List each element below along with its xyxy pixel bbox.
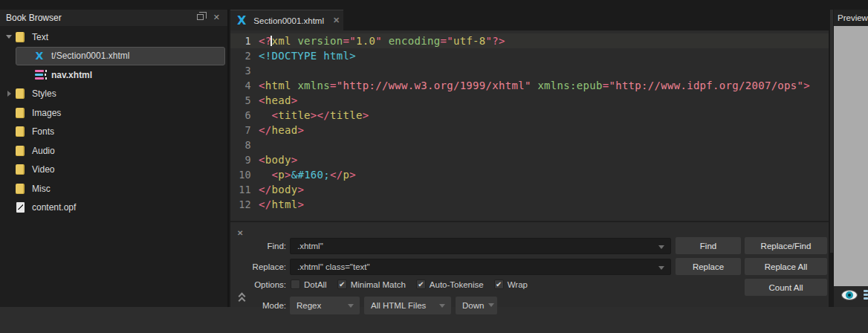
tree-item-label: nav.xhtml	[51, 70, 92, 80]
expander-collapsed-icon[interactable]	[4, 91, 14, 97]
book-browser-header: Book Browser ✕	[0, 10, 227, 26]
replace-input[interactable]: .xhtml" class="text"	[290, 259, 671, 275]
folder-icon	[14, 146, 26, 156]
folder-icon	[14, 164, 26, 175]
xhtml-icon: X	[237, 13, 246, 28]
code-line-5[interactable]: 5<head>	[230, 93, 829, 108]
replace-value: .xhtml" class="text"	[297, 262, 370, 271]
folder-icon	[14, 32, 26, 42]
tree-item-label: Text	[32, 32, 48, 42]
mode-dropdown-files[interactable]: All HTML Files	[364, 297, 451, 314]
docked-panel-icon[interactable]	[864, 290, 868, 303]
tab-close-icon[interactable]: ✕	[333, 16, 340, 25]
line-text: <title></title>	[251, 108, 369, 123]
line-number: 3	[230, 63, 251, 78]
tree-item-t-section0001-xhtml[interactable]: Xt/Section0001.xhtml	[0, 47, 227, 66]
replace-history-dropdown-icon[interactable]	[658, 266, 664, 270]
editor-region: X Section0001.xhtml ✕ 1<?xml version="1.…	[230, 10, 829, 307]
replace-label: Replace:	[230, 262, 286, 271]
dropdown-value: Down	[462, 301, 484, 310]
line-number: 9	[230, 152, 251, 167]
replace-all-button[interactable]: Replace All	[745, 258, 827, 275]
checkbox-checked-icon[interactable]: ✔	[337, 279, 347, 289]
close-icon[interactable]: ✕	[213, 13, 220, 22]
nav-icon	[33, 70, 45, 80]
code-line-3[interactable]: 3	[230, 63, 829, 78]
line-text: </body>	[251, 182, 304, 197]
code-line-2[interactable]: 2<!DOCTYPE html>	[230, 48, 829, 63]
code-line-11[interactable]: 11</body>	[230, 182, 829, 197]
code-line-6[interactable]: 6 <title></title>	[230, 108, 829, 123]
find-button[interactable]: Find	[676, 237, 741, 254]
checkbox-unchecked-icon[interactable]	[291, 279, 300, 289]
option-minimal-match[interactable]: ✔Minimal Match	[337, 279, 412, 289]
tree-item-label: Audio	[32, 146, 55, 156]
code-line-8[interactable]: 8	[230, 138, 829, 152]
line-number: 4	[230, 78, 251, 93]
find-history-dropdown-icon[interactable]	[658, 245, 664, 249]
code-editor[interactable]: 1<?xml version="1.0" encoding="utf-8"?>2…	[230, 30, 829, 221]
line-text: <!DOCTYPE html>	[251, 48, 356, 63]
tree-item-images[interactable]: Images	[0, 103, 227, 123]
dropdown-value: Regex	[297, 301, 321, 310]
xhtml-icon: X	[33, 50, 45, 62]
tree-item-label: content.opf	[32, 202, 76, 213]
tree-item-nav-xhtml[interactable]: nav.xhtml	[0, 65, 227, 85]
line-text: <body>	[251, 152, 297, 167]
option-wrap[interactable]: ✔Wrap	[494, 279, 534, 289]
line-number: 7	[230, 123, 251, 138]
count-all-button[interactable]: Count All	[745, 279, 827, 296]
preview-panel: Preview	[834, 10, 868, 286]
panel-splitter[interactable]	[830, 10, 833, 253]
line-text: <html xmlns="http://www.w3.org/1999/xhtm…	[251, 78, 810, 93]
line-text	[251, 138, 259, 152]
preview-header: Preview	[834, 10, 868, 26]
chevron-down-icon	[348, 304, 354, 308]
line-number: 6	[230, 108, 251, 123]
mode-dropdown-regex[interactable]: Regex	[290, 297, 360, 314]
tree-item-audio[interactable]: Audio	[0, 141, 227, 161]
code-line-10[interactable]: 10 <p>&#160;</p>	[230, 167, 829, 182]
checkbox-checked-icon[interactable]: ✔	[494, 279, 504, 289]
folder-icon	[14, 108, 26, 118]
line-number: 10	[230, 167, 251, 182]
folder-icon	[14, 126, 26, 137]
expander-expanded-icon[interactable]	[4, 35, 14, 39]
line-text: </head>	[251, 123, 304, 138]
checkbox-checked-icon[interactable]: ✔	[416, 279, 426, 289]
line-number: 12	[230, 197, 251, 212]
tree-item-misc[interactable]: Misc	[0, 179, 227, 198]
chevron-down-icon	[488, 303, 494, 307]
tree-item-label: Styles	[32, 88, 56, 99]
find-panel-close-icon[interactable]: ✕	[237, 229, 243, 237]
preview-eye-icon[interactable]	[841, 289, 858, 301]
tree-item-text[interactable]: Text	[0, 28, 227, 47]
line-text: <?xml version="1.0" encoding="utf-8"?>	[251, 33, 505, 48]
find-label: Find:	[230, 242, 286, 250]
code-line-4[interactable]: 4<html xmlns="http://www.w3.org/1999/xht…	[230, 78, 829, 93]
line-number: 5	[230, 93, 251, 108]
code-line-12[interactable]: 12</html>	[230, 197, 829, 212]
tree-item-styles[interactable]: Styles	[0, 85, 227, 104]
find-value: .xhtml"	[297, 242, 323, 250]
line-number: 8	[230, 138, 251, 152]
undock-icon[interactable]	[197, 14, 204, 20]
tree-item-fonts[interactable]: Fonts	[0, 123, 227, 142]
line-text: </html>	[251, 197, 304, 212]
option-dotall[interactable]: DotAll	[291, 279, 333, 289]
code-line-9[interactable]: 9<body>	[230, 152, 829, 167]
mode-dropdown-direction[interactable]: Down	[456, 297, 497, 314]
find-input[interactable]: .xhtml"	[290, 238, 671, 254]
code-line-7[interactable]: 7</head>	[230, 123, 829, 138]
tree-item-label: Video	[32, 164, 54, 175]
replace-button[interactable]: Replace	[676, 258, 741, 275]
tab-section0001[interactable]: X Section0001.xhtml ✕	[230, 10, 343, 30]
replace-find-button[interactable]: Replace/Find	[745, 237, 827, 254]
tree-item-label: t/Section0001.xhtml	[51, 51, 129, 61]
option-label: DotAll	[304, 280, 327, 289]
option-auto-tokenise[interactable]: ✔Auto-Tokenise	[416, 279, 490, 289]
code-line-1[interactable]: 1<?xml version="1.0" encoding="utf-8"?>	[230, 33, 829, 48]
tree-item-content-opf[interactable]: content.opf	[0, 198, 227, 218]
find-replace-panel: ✕ Find: .xhtml" Find Replace/Find Replac…	[230, 221, 829, 307]
tree-item-video[interactable]: Video	[0, 161, 227, 180]
